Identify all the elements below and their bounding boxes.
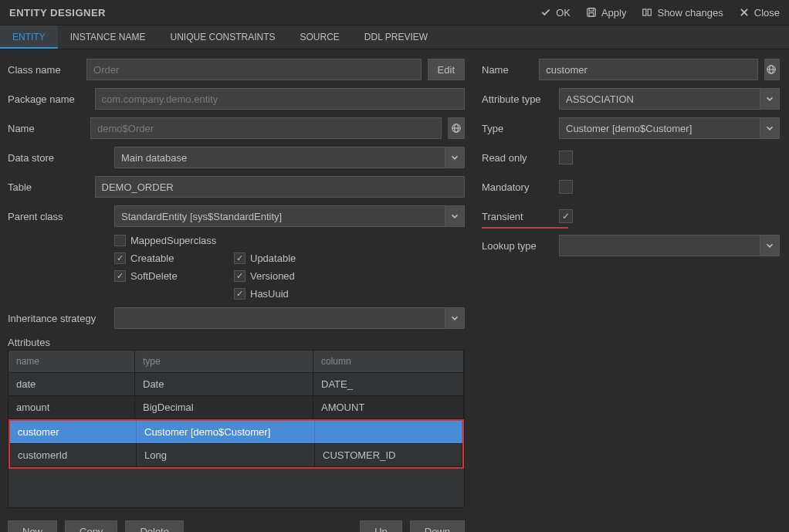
parent-class-dropdown-button[interactable]	[445, 205, 465, 227]
type-select[interactable]	[559, 117, 760, 139]
apply-label: Apply	[601, 7, 627, 19]
softdelete-checkbox[interactable]	[114, 270, 126, 282]
cell-name: customerId	[10, 444, 137, 466]
highlight-underline	[482, 227, 568, 229]
table-row[interactable]: customerId Long CUSTOMER_ID	[10, 444, 462, 467]
copy-button[interactable]: Copy	[65, 520, 117, 532]
chevron-down-icon	[449, 211, 460, 222]
column-header-column[interactable]: column	[313, 351, 464, 372]
down-button[interactable]: Down	[410, 520, 465, 532]
parent-class-label: Parent class	[8, 211, 108, 222]
chevron-down-icon	[449, 313, 460, 324]
attr-type-label: Attribute type	[482, 93, 553, 105]
check-icon	[540, 7, 551, 18]
tab-bar: ENTITY INSTANCE NAME UNIQUE CONSTRAINTS …	[0, 25, 789, 49]
ok-button[interactable]: OK	[540, 7, 571, 19]
package-name-input	[95, 88, 465, 110]
page-title: ENTITY DESIGNER	[9, 7, 106, 19]
tab-unique-constraints[interactable]: UNIQUE CONSTRAINTS	[157, 25, 287, 49]
versioned-label: Versioned	[250, 270, 295, 282]
svg-rect-4	[648, 9, 652, 15]
cell-column	[315, 421, 462, 443]
table-row[interactable]: amount BigDecimal AMOUNT	[8, 396, 464, 419]
hasuuid-checkbox[interactable]	[234, 288, 246, 300]
svg-rect-2	[589, 13, 594, 17]
creatable-label: Creatable	[130, 252, 174, 264]
attributes-label: Attributes	[8, 337, 465, 348]
localize-button[interactable]	[448, 117, 465, 139]
chevron-down-icon	[764, 93, 775, 104]
attr-type-select[interactable]	[559, 88, 760, 110]
cell-name: amount	[8, 396, 135, 418]
attr-name-input[interactable]	[539, 59, 757, 80]
cell-column: CUSTOMER_ID	[315, 444, 462, 466]
lookup-type-label: Lookup type	[482, 240, 553, 252]
table-input[interactable]	[95, 176, 465, 198]
apply-button[interactable]: Apply	[586, 7, 627, 19]
column-header-name[interactable]: name	[8, 351, 135, 372]
close-label: Close	[754, 7, 780, 19]
mandatory-checkbox[interactable]	[559, 180, 573, 194]
lookup-type-select[interactable]	[559, 235, 760, 256]
cell-name: date	[8, 373, 135, 395]
attr-name-label: Name	[482, 64, 533, 76]
mapped-superclass-checkbox[interactable]	[114, 235, 126, 246]
tab-entity[interactable]: ENTITY	[0, 25, 58, 49]
show-changes-button[interactable]: Show changes	[642, 7, 723, 19]
up-button[interactable]: Up	[360, 520, 402, 532]
data-store-dropdown-button[interactable]	[445, 147, 465, 168]
highlight-annotation: customer Customer [demo$Customer] custom…	[8, 419, 464, 469]
globe-icon	[451, 123, 462, 134]
tab-source[interactable]: SOURCE	[287, 25, 351, 49]
cell-type: Long	[137, 444, 315, 466]
column-header-type[interactable]: type	[135, 351, 313, 372]
diff-icon	[642, 7, 652, 18]
transient-checkbox[interactable]	[559, 209, 573, 223]
class-name-label: Class name	[8, 64, 80, 76]
attr-localize-button[interactable]	[764, 59, 780, 80]
tab-ddl-preview[interactable]: DDL PREVIEW	[352, 25, 440, 49]
cell-type: Customer [demo$Customer]	[137, 421, 315, 443]
cell-column: DATE_	[313, 373, 464, 395]
name-label: Name	[8, 123, 84, 134]
hasuuid-label: HasUuid	[250, 288, 289, 300]
table-label: Table	[8, 181, 89, 193]
type-label: Type	[482, 123, 553, 134]
attr-type-dropdown-button[interactable]	[760, 88, 780, 110]
close-button[interactable]: Close	[739, 7, 780, 19]
svg-rect-1	[589, 8, 594, 12]
inheritance-select[interactable]	[114, 307, 445, 329]
table-row[interactable]: date Date DATE_	[8, 373, 464, 396]
readonly-checkbox[interactable]	[559, 151, 573, 164]
cell-name: customer	[10, 421, 137, 443]
name-input	[90, 117, 442, 139]
type-dropdown-button[interactable]	[760, 117, 780, 139]
delete-button[interactable]: Delete	[125, 520, 184, 532]
data-store-label: Data store	[8, 152, 108, 164]
class-name-input	[86, 59, 422, 80]
cell-column: AMOUNT	[313, 396, 464, 418]
updatable-label: Updatable	[250, 252, 296, 264]
mapped-superclass-label: MappedSuperclass	[130, 235, 216, 246]
tab-instance-name[interactable]: INSTANCE NAME	[58, 25, 158, 49]
versioned-checkbox[interactable]	[234, 270, 246, 282]
chevron-down-icon	[764, 240, 775, 251]
package-name-label: Package name	[8, 93, 89, 105]
updatable-checkbox[interactable]	[234, 252, 246, 264]
show-changes-label: Show changes	[657, 7, 723, 19]
globe-icon	[766, 64, 777, 75]
data-store-select[interactable]	[114, 147, 445, 168]
edit-button[interactable]: Edit	[428, 59, 465, 80]
creatable-checkbox[interactable]	[114, 252, 126, 264]
table-row[interactable]: customer Customer [demo$Customer]	[10, 421, 462, 444]
chevron-down-icon	[764, 123, 775, 134]
ok-label: OK	[556, 7, 571, 19]
chevron-down-icon	[449, 152, 460, 163]
parent-class-select[interactable]	[114, 205, 445, 227]
svg-rect-3	[643, 9, 646, 15]
inheritance-dropdown-button[interactable]	[445, 307, 465, 329]
lookup-type-dropdown-button[interactable]	[760, 235, 780, 256]
softdelete-label: SoftDelete	[130, 270, 178, 282]
mandatory-label: Mandatory	[482, 181, 553, 193]
new-button[interactable]: New	[8, 520, 57, 532]
